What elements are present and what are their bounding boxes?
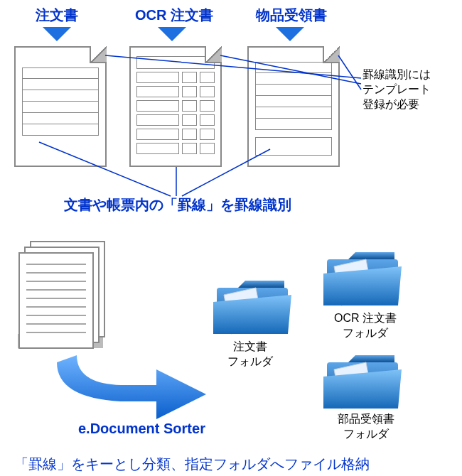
- folders-group: [0, 0, 462, 476]
- folder-label-1: 注文書 フォルダ: [227, 340, 273, 369]
- folder-label-2: OCR 注文書 フォルダ: [334, 311, 397, 341]
- diagram-root: 注文書 OCR 注文書 物品受領書: [0, 0, 462, 476]
- bottom-caption: 「罫線」をキーとし分類、指定フォルダへファイル格納: [14, 455, 370, 474]
- folder-label-3: 部品受領書 フォルダ: [338, 412, 394, 442]
- app-name: e.Document Sorter: [78, 421, 205, 437]
